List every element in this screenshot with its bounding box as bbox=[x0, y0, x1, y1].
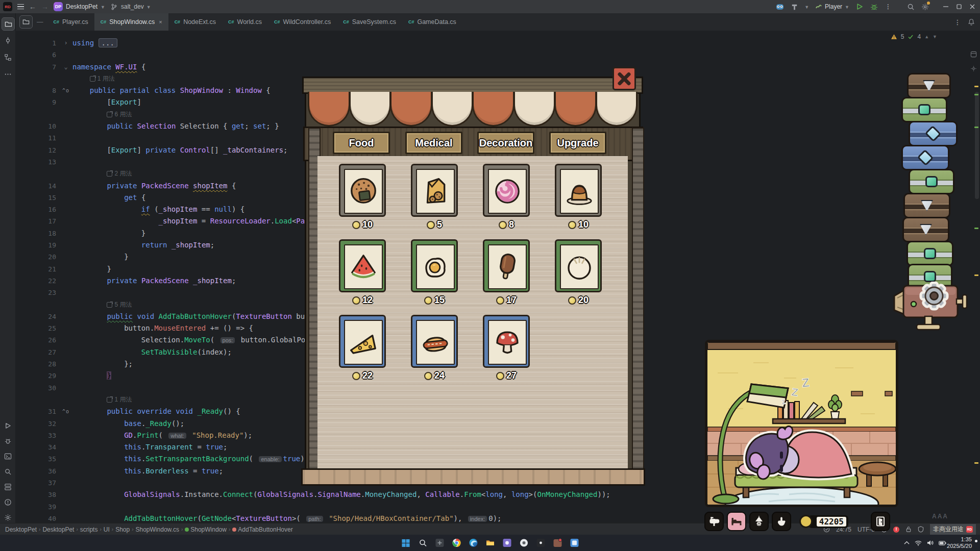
chest-machine[interactable] bbox=[892, 282, 969, 338]
breadcrumb-item[interactable]: Shop bbox=[115, 526, 130, 533]
scroll-mark-warning[interactable] bbox=[974, 274, 978, 276]
forward-icon[interactable]: → bbox=[41, 3, 48, 10]
shop-item-egg[interactable]: 15 bbox=[411, 239, 458, 306]
editor-scrollbar[interactable] bbox=[975, 92, 979, 199]
tab-world-cs[interactable]: C#World.cs bbox=[222, 13, 268, 31]
shop-item-bun[interactable]: 20 bbox=[555, 239, 602, 306]
breadcrumb-item[interactable]: DesktopPet bbox=[42, 526, 74, 533]
scroll-mark-ok[interactable] bbox=[974, 94, 978, 95]
breadcrumb-item[interactable]: AddTabButtonHover bbox=[232, 526, 292, 533]
shop-item-pudding[interactable]: 10 bbox=[555, 164, 602, 230]
activitybar-run-icon[interactable] bbox=[2, 419, 14, 432]
battery-icon[interactable] bbox=[939, 541, 946, 545]
notification-dot[interactable] bbox=[975, 540, 977, 542]
shop-item-mushroom[interactable]: 27 bbox=[483, 315, 530, 381]
shop-tab-medical[interactable]: Medical bbox=[405, 132, 462, 154]
chest-brown[interactable] bbox=[902, 217, 949, 242]
chest-blue[interactable] bbox=[901, 145, 949, 170]
taskbar-icon-app-dark2[interactable] bbox=[534, 537, 547, 549]
chest-green[interactable] bbox=[901, 97, 947, 122]
shop-tab-upgrade[interactable]: Upgrade bbox=[549, 132, 606, 154]
debug-button[interactable] bbox=[870, 3, 878, 11]
scroll-mark-ok[interactable] bbox=[974, 228, 978, 229]
hide-tool-icon[interactable]: — bbox=[37, 18, 43, 26]
wifi-icon[interactable] bbox=[915, 540, 922, 546]
settings-gear-icon[interactable] bbox=[921, 3, 929, 11]
door-exit-button[interactable] bbox=[871, 512, 890, 531]
main-menu-icon[interactable] bbox=[17, 4, 24, 10]
shop-close-button[interactable] bbox=[612, 67, 636, 90]
tray-chevron-up-icon[interactable] bbox=[904, 541, 910, 545]
activitybar-structure-icon[interactable] bbox=[2, 51, 14, 63]
next-problem-icon[interactable]: ▼ bbox=[933, 34, 937, 39]
code-line[interactable]: 7⌄namespace WF.UI { bbox=[15, 61, 980, 73]
prev-problem-icon[interactable]: ▲ bbox=[924, 34, 929, 39]
breadcrumb-item[interactable]: DesktopPet bbox=[5, 526, 37, 533]
tab-options-icon[interactable]: ⋮ bbox=[954, 18, 961, 26]
shop-item-cookie-bag[interactable]: 5 bbox=[411, 164, 458, 230]
chest-green[interactable] bbox=[909, 169, 954, 194]
toolbar-mailbox-button[interactable] bbox=[704, 512, 724, 531]
project-widget[interactable]: DP DesktopPet ▼ bbox=[54, 2, 105, 11]
scroll-mark-ok[interactable] bbox=[974, 127, 978, 128]
license-badge[interactable]: 非商业用途 RD bbox=[930, 524, 976, 535]
taskbar-icon-windows[interactable] bbox=[400, 537, 412, 549]
build-hammer-icon[interactable] bbox=[790, 3, 798, 11]
taskbar-clock[interactable]: 1:35 2025/5/20 bbox=[947, 536, 972, 549]
shop-item-watermelon[interactable]: 12 bbox=[339, 239, 386, 306]
breadcrumb-item[interactable]: ShopWindow.cs bbox=[136, 526, 179, 533]
activitybar-problems-icon[interactable] bbox=[2, 496, 14, 508]
override-gutter-icon[interactable]: ^o bbox=[59, 406, 72, 417]
window-maximize-button[interactable] bbox=[955, 3, 963, 10]
sticky-scroll-icon[interactable] bbox=[970, 51, 977, 58]
activitybar-terminal-icon[interactable] bbox=[2, 450, 14, 462]
fold-gutter-icon[interactable]: › bbox=[59, 37, 72, 49]
more-actions-icon[interactable]: ⋮ bbox=[884, 3, 892, 11]
tab-gamedata-cs[interactable]: C#GameData.cs bbox=[402, 13, 462, 31]
taskbar-icon-search[interactable] bbox=[416, 537, 429, 549]
shop-tab-food[interactable]: Food bbox=[333, 132, 390, 154]
activitybar-project-icon[interactable] bbox=[2, 17, 15, 31]
code-line[interactable]: 1›using ... bbox=[15, 37, 980, 49]
project-view-toggle[interactable] bbox=[19, 15, 33, 29]
tab-nodeext-cs[interactable]: C#NodeExt.cs bbox=[168, 13, 222, 31]
override-gutter-icon[interactable]: ^o bbox=[59, 85, 72, 96]
chest-blue[interactable] bbox=[909, 121, 958, 146]
chest-brown[interactable] bbox=[907, 73, 951, 98]
chest-brown[interactable] bbox=[903, 193, 950, 218]
toolbar-hand-button[interactable] bbox=[772, 512, 791, 531]
toolbar-bed-button[interactable] bbox=[727, 512, 746, 531]
run-config-selector[interactable]: Player ▼ bbox=[815, 3, 849, 10]
taskbar-icon-app-dark1[interactable] bbox=[433, 537, 446, 549]
activitybar-services-icon[interactable] bbox=[2, 481, 14, 493]
breadcrumb-item[interactable]: ShopWindow bbox=[185, 526, 227, 533]
tab-player-cs[interactable]: C#Player.cs bbox=[47, 13, 94, 31]
run-button[interactable] bbox=[855, 3, 864, 11]
shield-icon[interactable] bbox=[918, 526, 924, 533]
pet-scene-window[interactable]: z Z Z bbox=[705, 340, 898, 507]
tab-shopwindow-cs[interactable]: C#ShopWindow.cs× bbox=[94, 13, 168, 31]
lock-icon[interactable] bbox=[905, 526, 912, 533]
taskbar-icon-app-purple[interactable] bbox=[501, 537, 513, 549]
activitybar-debug-icon[interactable] bbox=[2, 435, 14, 447]
tab-close-icon[interactable]: × bbox=[159, 19, 162, 25]
tab-wildcontroller-cs[interactable]: C#WildController.cs bbox=[268, 13, 337, 31]
chevron-down-icon[interactable]: ▼ bbox=[804, 5, 809, 10]
taskbar-icon-app-reddot[interactable] bbox=[551, 537, 564, 549]
search-icon[interactable] bbox=[906, 3, 915, 11]
back-icon[interactable]: ← bbox=[29, 3, 36, 10]
activitybar-settings-icon[interactable] bbox=[2, 511, 14, 523]
gutter-settings-icon[interactable] bbox=[970, 65, 977, 72]
taskbar-icon-app-blue[interactable] bbox=[568, 537, 581, 549]
window-close-button[interactable] bbox=[969, 3, 976, 10]
shop-tab-decoration[interactable]: Decoration bbox=[477, 132, 534, 154]
breadcrumb-item[interactable]: scripts bbox=[80, 526, 98, 533]
toolbar-lamp-button[interactable] bbox=[749, 512, 769, 531]
code-line[interactable]: 6 bbox=[15, 49, 980, 61]
notifications-bell-icon[interactable] bbox=[968, 18, 975, 26]
tab-savesystem-cs[interactable]: C#SaveSystem.cs bbox=[337, 13, 402, 31]
breadcrumb-item[interactable]: UI bbox=[104, 526, 110, 533]
fold-gutter-icon[interactable]: ⌄ bbox=[59, 61, 72, 73]
shop-item-cookie[interactable]: 10 bbox=[339, 164, 386, 230]
shop-item-popsicle[interactable]: 17 bbox=[483, 239, 530, 306]
